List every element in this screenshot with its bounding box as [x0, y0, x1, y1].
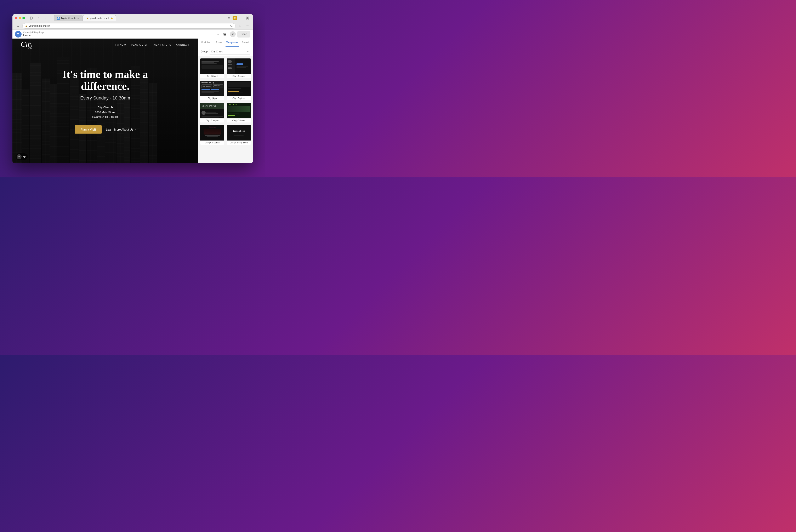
browser-tabs: Digital Church ✕ 🔒 yourdomain.church 🔒 [50, 15, 223, 21]
account-line-1 [228, 64, 232, 65]
group-label: Group [201, 50, 208, 53]
template-label-account: City | Account [227, 74, 251, 78]
dropdown-arrow-icon: ▾ [247, 50, 249, 53]
tab-close-digital-church[interactable]: ✕ [77, 17, 80, 20]
browser-titlebar: ‹ › Digital Church ✕ 🔒 y [13, 14, 253, 22]
currently-editing-label: Currently Editing Page [23, 31, 214, 34]
tabs-overview-button[interactable] [245, 16, 250, 20]
browser-chrome: ‹ › Digital Church ✕ 🔒 y [13, 14, 253, 30]
nav-link-plan-visit[interactable]: PLAN A VISIT [131, 43, 149, 46]
group-dropdown[interactable]: City Church ▾ [209, 49, 250, 55]
tab-favicon-yourdomain: 🔒 [86, 17, 89, 19]
svg-text:CHURCH: CHURCH [26, 48, 32, 50]
traffic-lights [15, 17, 25, 19]
church-nav-links: I'M NEW PLAN A VISIT NEXT STEPS CONNECT [115, 43, 190, 46]
address-bar-field[interactable]: 🔒 yourdomain.church [22, 23, 235, 28]
browser-navigation-controls: ‹ › [28, 16, 48, 20]
light-mode-button[interactable]: ☀ [17, 154, 22, 159]
template-card-coming-soon[interactable]: Coming Soon City | Coming Soon [226, 125, 251, 145]
nav-link-im-new[interactable]: I'M NEW [115, 43, 126, 46]
hero-subtext: Every Sunday · 10:30am [38, 95, 173, 101]
svg-point-9 [230, 25, 232, 26]
template-thumb-campus [200, 103, 224, 118]
group-selector: Group City Church ▾ [198, 47, 253, 56]
template-thumb-christmas: Christmas [200, 125, 224, 140]
svg-rect-16 [224, 33, 226, 34]
svg-point-11 [247, 25, 248, 26]
svg-point-3 [58, 18, 59, 18]
dark-mode-button[interactable] [22, 154, 27, 159]
website-preview: City CHURCH I'M NEW PLAN A VISIT NEXT ST… [13, 39, 198, 163]
tab-digital-church[interactable]: Digital Church ✕ [54, 15, 83, 21]
campus-info-area [200, 109, 224, 116]
editor-page-info: Currently Editing Page Home [23, 31, 214, 37]
template-label-children: City | Children [227, 118, 251, 122]
templates-grid: City | About [198, 56, 253, 163]
forward-button[interactable]: › [42, 16, 48, 20]
template-card-children[interactable]: CHILDREN City | Children [226, 102, 251, 123]
sidebar-toggle-button[interactable] [28, 16, 34, 20]
template-card-baptism[interactable]: City | Baptism [226, 80, 251, 101]
hero-buttons: Plan a Visit Learn More About Us › [38, 125, 173, 133]
tab-lock-yourdomain: 🔒 [111, 17, 113, 19]
template-thumb-children: CHILDREN [227, 103, 251, 118]
refresh-button[interactable] [15, 24, 21, 28]
minimize-window-button[interactable] [19, 17, 21, 19]
template-label-campus: City | Campus [200, 118, 224, 122]
add-tab-button[interactable]: + [238, 16, 244, 20]
editor-right-tools: ✕ Done [222, 31, 250, 38]
svg-rect-17 [224, 34, 226, 35]
campus-thumb-inner [200, 103, 224, 118]
template-thumb-app: Download our App Apple App Store Google … [200, 81, 224, 96]
page-dropdown-button[interactable]: ⌄ [216, 32, 220, 36]
close-window-button[interactable] [15, 17, 17, 19]
template-card-about[interactable]: City | About [200, 58, 225, 79]
editor-page-name: Home [23, 34, 214, 37]
template-label-coming-soon: City | Coming Soon [227, 140, 251, 145]
editor-done-button[interactable]: Done [238, 31, 250, 38]
plan-visit-button[interactable]: Plan a Visit [75, 125, 101, 133]
share-button[interactable] [226, 16, 232, 20]
hero-headline: It's time to make a difference. [38, 69, 173, 92]
tab-rows[interactable]: Rows [212, 39, 226, 47]
tab-modules[interactable]: Modules [199, 39, 212, 47]
tab-rows-label: Rows [216, 41, 222, 44]
account-line-5 [228, 70, 232, 70]
extensions-button[interactable]: R [232, 16, 237, 20]
learn-more-label: Learn More About Us [106, 128, 133, 131]
extensions-area[interactable] [245, 24, 250, 28]
campus-text-lines [206, 112, 223, 114]
template-label-about: City | About [200, 74, 224, 78]
address-line1: 1000 Main Street [95, 111, 115, 114]
maximize-window-button[interactable] [22, 17, 25, 19]
done-label: Done [241, 33, 247, 36]
template-card-campus[interactable]: City | Campus [200, 102, 225, 123]
bookmark-button[interactable] [237, 24, 243, 28]
template-thumb-account [227, 58, 251, 74]
editor-close-button[interactable]: ✕ [230, 31, 236, 37]
editor-menu-button[interactable] [15, 31, 22, 38]
address-bar-icons [230, 24, 233, 27]
template-label-baptism: City | Baptism [227, 96, 251, 100]
campus-hero-image [200, 103, 224, 109]
svg-rect-18 [224, 35, 226, 35]
nav-link-next-steps[interactable]: NEXT STEPS [154, 43, 171, 46]
learn-more-button[interactable]: Learn More About Us › [106, 128, 136, 131]
church-name: City Church [38, 105, 173, 110]
template-card-christmas[interactable]: Christmas City | Christmas [200, 125, 225, 145]
tab-templates-label: Templates [226, 41, 238, 44]
tab-saved[interactable]: Saved [239, 39, 252, 47]
hero-section: City CHURCH I'M NEW PLAN A VISIT NEXT ST… [13, 39, 198, 163]
svg-rect-5 [246, 17, 247, 18]
back-button[interactable]: ‹ [35, 16, 41, 20]
tab-templates[interactable]: Templates [226, 39, 239, 47]
nav-link-connect[interactable]: CONNECT [176, 43, 190, 46]
template-card-account[interactable]: City | Account [226, 58, 251, 79]
right-panel: Modules Rows Templates Saved Group City … [198, 39, 253, 163]
template-card-app[interactable]: Download our App Apple App Store Google … [200, 80, 225, 101]
group-selected-value: City Church [211, 50, 224, 53]
account-sidebar-preview [227, 58, 235, 74]
svg-rect-7 [246, 18, 247, 19]
editor-list-view-button[interactable] [222, 31, 228, 38]
tab-yourdomain[interactable]: 🔒 yourdomain.church 🔒 [83, 15, 116, 21]
